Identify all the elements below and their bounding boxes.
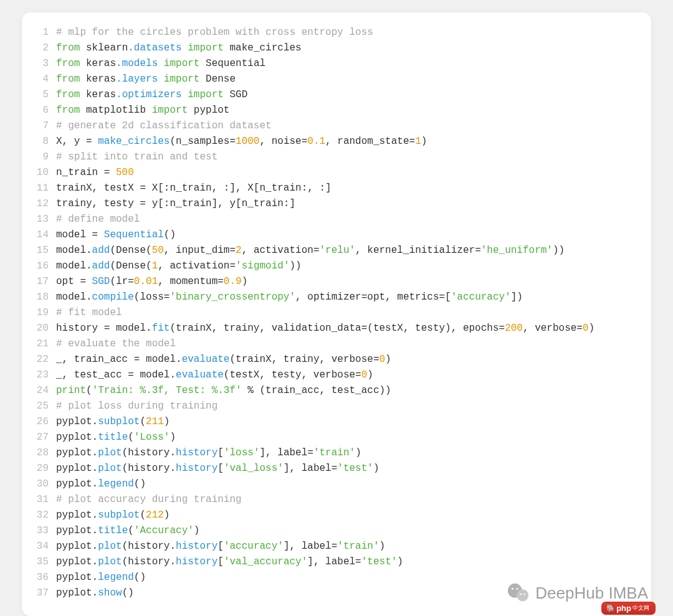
code-token: 'Train: %.3f, Test: %.3f' (92, 385, 242, 396)
line-number: 18 (31, 290, 49, 305)
code-token: _, test_acc = model. (56, 369, 176, 381)
code-token: title (98, 432, 128, 443)
line-number: 15 (31, 243, 49, 258)
code-line: 18model.compile(loss='binary_crossentrop… (31, 290, 642, 305)
line-number: 29 (31, 461, 49, 476)
code-token: , activation= (158, 260, 236, 272)
line-number: 3 (31, 56, 49, 72)
code-token: trainy, testy = y[:n_train], y[n_train:] (56, 198, 295, 209)
code-token: pyplot. (56, 556, 98, 567)
code-token: history (176, 541, 217, 552)
code-token: 500 (116, 167, 134, 178)
code-token: # generate 2d classification dataset (56, 120, 272, 131)
line-number: 23 (31, 367, 49, 383)
code-line: 19# fit model (31, 305, 642, 321)
code-token: ) (373, 463, 379, 474)
code-token: legend (98, 572, 134, 583)
line-content: X, y = make_circles(n_samples=1000, nois… (56, 134, 427, 149)
code-line: 29pyplot.plot(history.history['val_loss'… (31, 461, 642, 476)
code-token: ) (589, 323, 595, 334)
code-token: )) (553, 245, 565, 256)
code-token: keras (86, 89, 116, 100)
code-token: 'train' (337, 541, 379, 552)
code-token: SGD (92, 276, 110, 287)
code-token: 0 (379, 354, 386, 365)
line-number: 8 (31, 134, 49, 149)
code-line: 28pyplot.plot(history.history['loss'], l… (31, 445, 642, 461)
svg-point-4 (520, 594, 522, 595)
code-token: opt = (56, 276, 92, 287)
line-content: model = Sequential() (56, 227, 176, 243)
line-number: 36 (31, 570, 49, 585)
line-number: 4 (31, 72, 49, 87)
line-number: 32 (31, 508, 49, 523)
code-token: (n_samples= (169, 136, 236, 147)
code-token: 211 (146, 416, 164, 427)
code-line: 32pyplot.subplot(212) (31, 508, 642, 523)
line-number: 11 (31, 181, 49, 196)
code-token: ) (169, 432, 176, 443)
line-content: from matplotlib import pyplot (56, 103, 229, 118)
code-token: # evaluate the model (56, 338, 176, 349)
code-token: ) (194, 525, 200, 536)
code-token: () (134, 478, 146, 490)
line-content: pyplot.plot(history.history['loss'], lab… (56, 445, 361, 461)
code-token: , kernel_initializer= (355, 245, 481, 256)
code-token: from (56, 58, 86, 69)
code-token: 0.9 (224, 276, 242, 287)
code-token: keras (86, 58, 116, 69)
code-token: % (train_acc, test_acc)) (242, 385, 391, 396)
code-token: legend (98, 478, 134, 490)
code-line: 34pyplot.plot(history.history['accuracy'… (31, 539, 642, 554)
code-token: model = (56, 229, 104, 240)
line-number: 22 (31, 352, 49, 367)
line-number: 17 (31, 274, 49, 290)
code-token: () (134, 572, 146, 583)
code-token: .datasets (128, 42, 181, 54)
line-number: 34 (31, 539, 49, 554)
line-content: pyplot.plot(history.history['val_loss'],… (56, 461, 379, 476)
php-badge: 🐘 php 中文网 (601, 602, 656, 615)
code-line: 21# evaluate the model (31, 336, 642, 352)
code-token: (history. (122, 463, 176, 474)
code-token: sklearn (86, 42, 128, 54)
line-content: model.add(Dense(50, input_dim=2, activat… (56, 243, 565, 258)
code-token: model. (56, 245, 92, 256)
code-token: pyplot. (56, 509, 98, 521)
code-token: trainX, testX = X[:n_train, :], X[n_trai… (56, 182, 332, 194)
code-token: 'Loss' (134, 432, 170, 443)
code-token: # split into train and test (56, 151, 217, 163)
code-token: ]) (511, 291, 523, 303)
code-token: history (176, 463, 217, 474)
code-token: (trainX, trainy, verbose= (229, 354, 379, 365)
code-line: 27pyplot.title('Loss') (31, 430, 642, 445)
code-token: ], label= (284, 463, 337, 474)
code-token: 'he_uniform' (481, 245, 553, 256)
code-token: ) (164, 416, 170, 427)
line-content: pyplot.subplot(211) (56, 414, 169, 430)
code-token: 0 (361, 369, 368, 381)
line-number: 13 (31, 212, 49, 227)
code-line: 20history = model.fit(trainX, trainy, va… (31, 321, 642, 336)
line-number: 21 (31, 336, 49, 352)
line-content: from keras.layers import Dense (56, 72, 236, 87)
code-token: 'binary_crossentropy' (169, 291, 295, 303)
code-line: 1# mlp for the circles problem with cros… (31, 25, 642, 40)
code-line: 14model = Sequential() (31, 227, 642, 243)
code-token: subplot (98, 416, 140, 427)
code-token: (Dense( (110, 245, 151, 256)
line-number: 20 (31, 321, 49, 336)
code-line: 33pyplot.title('Accuracy') (31, 523, 642, 539)
php-elephant-icon: 🐘 (606, 604, 615, 612)
line-number: 30 (31, 476, 49, 492)
code-token: [ (217, 541, 224, 552)
line-content: pyplot.plot(history.history['val_accurac… (56, 554, 403, 570)
code-token: from (56, 89, 86, 100)
code-token: , random_state= (325, 136, 415, 147)
line-content: # fit model (56, 305, 122, 321)
line-number: 24 (31, 383, 49, 399)
line-number: 10 (31, 165, 49, 181)
code-token: from (56, 105, 86, 116)
code-token: 'val_loss' (224, 463, 284, 474)
code-token: , activation= (242, 245, 320, 256)
